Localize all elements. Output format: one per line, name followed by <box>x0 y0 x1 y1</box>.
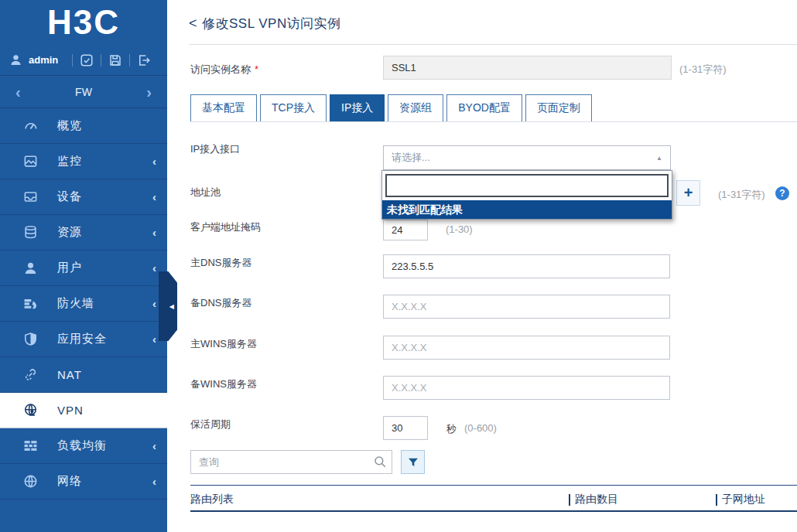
ip-interface-label: IP接入接口 <box>190 142 240 156</box>
add-address-pool-button[interactable]: + <box>676 180 700 206</box>
save-icon[interactable] <box>101 53 129 67</box>
back-button[interactable]: < <box>189 15 197 31</box>
database-icon <box>23 225 38 240</box>
page-title-text: 修改SSL VPN访问实例 <box>202 16 341 31</box>
wins-primary-input[interactable] <box>383 336 670 360</box>
wins-primary-label: 主WINS服务器 <box>190 337 257 351</box>
funnel-icon <box>407 456 419 469</box>
client-mask-input[interactable] <box>383 220 428 240</box>
table-top-border <box>190 485 797 486</box>
admin-username: admin <box>29 54 58 66</box>
instance-name-label: 访问实例名称* <box>190 63 258 77</box>
chevron-up-icon: ▲ <box>656 155 662 162</box>
client-mask-label: 客户端地址掩码 <box>190 220 261 234</box>
sidebar-item-overview[interactable]: 概览 <box>0 108 167 144</box>
tab-tcp-access[interactable]: TCP接入 <box>260 94 327 122</box>
ip-interface-dropdown: 未找到匹配结果 <box>381 170 672 220</box>
required-asterisk: * <box>255 63 258 75</box>
wins-secondary-input[interactable] <box>383 376 670 400</box>
tab-resource-group[interactable]: 资源组 <box>388 94 443 122</box>
dns-primary-input[interactable] <box>383 254 670 278</box>
sidebar-item-device[interactable]: 设备 ‹ <box>0 179 167 215</box>
firewall-icon <box>23 296 38 311</box>
help-icon[interactable]: ? <box>775 186 789 200</box>
vpn-globe-icon <box>23 403 38 418</box>
tab-ip-access[interactable]: IP接入 <box>330 94 385 122</box>
table-header-border <box>190 510 797 512</box>
gauge-icon <box>23 118 38 133</box>
device-icon <box>23 189 38 204</box>
address-pool-hint: (1-31字符) <box>718 188 765 202</box>
sidebar-item-network[interactable]: 网络 ‹ <box>0 464 167 500</box>
tab-basic-config[interactable]: 基本配置 <box>190 94 257 122</box>
h3c-logo: H3C <box>0 0 167 45</box>
wins-secondary-label: 备WINS服务器 <box>190 377 257 391</box>
dns-secondary-input[interactable] <box>383 295 670 319</box>
dns-primary-label: 主DNS服务器 <box>190 256 251 270</box>
shield-icon <box>23 332 38 346</box>
select-value: 请选择... <box>392 151 430 165</box>
tab-page-custom[interactable]: 页面定制 <box>525 94 592 122</box>
prev-device-arrow[interactable]: ‹ <box>15 84 21 100</box>
load-balancer-icon <box>23 438 38 453</box>
collapse-arrow-icon: ◀ <box>169 303 174 310</box>
tabs-divider <box>190 121 797 122</box>
ip-interface-select[interactable]: 请选择... ▲ <box>383 145 671 170</box>
monitor-icon <box>23 154 38 169</box>
tab-byod-config[interactable]: BYOD配置 <box>446 94 522 122</box>
admin-row: admin <box>0 45 167 76</box>
sidebar-item-users[interactable]: 用户 ‹ <box>0 251 167 286</box>
keepalive-input[interactable] <box>383 416 428 440</box>
dropdown-no-match-option[interactable]: 未找到匹配结果 <box>382 200 672 219</box>
address-pool-label: 地址池 <box>190 186 221 200</box>
page-title: <修改SSL VPN访问实例 <box>189 15 341 32</box>
keepalive-label: 保活周期 <box>190 418 231 431</box>
column-subnet-address: 子网地址 <box>722 493 765 506</box>
sidebar-collapse-handle[interactable]: ◀ <box>159 271 177 341</box>
keepalive-hint: (0-600) <box>464 422 497 434</box>
task-check-icon[interactable] <box>73 53 101 67</box>
device-selector: ‹ FW › <box>0 76 167 108</box>
title-divider <box>189 44 797 45</box>
filter-button[interactable] <box>401 450 425 474</box>
nat-link-icon <box>23 367 38 382</box>
next-device-arrow[interactable]: › <box>146 84 152 100</box>
sidebar-item-nat[interactable]: NAT <box>0 357 167 393</box>
route-search-box <box>190 450 392 474</box>
sidebar-item-monitor[interactable]: 监控 ‹ <box>0 144 167 179</box>
keepalive-unit: 秒 <box>446 422 457 436</box>
dns-secondary-label: 备DNS服务器 <box>190 296 251 310</box>
instance-name-hint: (1-31字符) <box>679 63 727 77</box>
config-tabs: 基本配置 TCP接入 IP接入 资源组 BYOD配置 页面定制 <box>190 94 592 122</box>
sidebar: H3C admin ‹ FW <box>0 0 167 532</box>
search-icon[interactable] <box>373 455 387 472</box>
sidebar-item-resources[interactable]: 资源 ‹ <box>0 215 167 251</box>
logout-icon[interactable] <box>130 53 158 67</box>
column-route-list: 路由列表 <box>190 493 234 506</box>
column-separator <box>716 494 717 506</box>
column-route-count: 路由数目 <box>575 493 618 506</box>
route-search-input[interactable] <box>190 450 392 474</box>
user-icon <box>23 261 38 275</box>
device-name: FW <box>75 86 92 98</box>
sidebar-item-vpn[interactable]: VPN <box>0 393 167 428</box>
sidebar-item-firewall[interactable]: 防火墙 ‹ <box>0 286 167 322</box>
instance-name-input[interactable] <box>383 56 672 80</box>
main-content: <修改SSL VPN访问实例 访问实例名称* (1-31字符) 基本配置 TCP… <box>167 0 797 532</box>
column-separator <box>569 494 570 506</box>
dropdown-search-input[interactable] <box>385 174 669 197</box>
sidebar-item-load-balance[interactable]: 负载均衡 ‹ <box>0 428 167 464</box>
sidebar-item-app-security[interactable]: 应用安全 ‹ <box>0 322 167 357</box>
admin-actions <box>72 53 158 67</box>
client-mask-hint: (1-30) <box>446 223 473 235</box>
user-avatar-icon <box>9 53 22 66</box>
network-globe-icon <box>23 474 38 489</box>
app-root: H3C admin ‹ FW <box>0 0 797 532</box>
